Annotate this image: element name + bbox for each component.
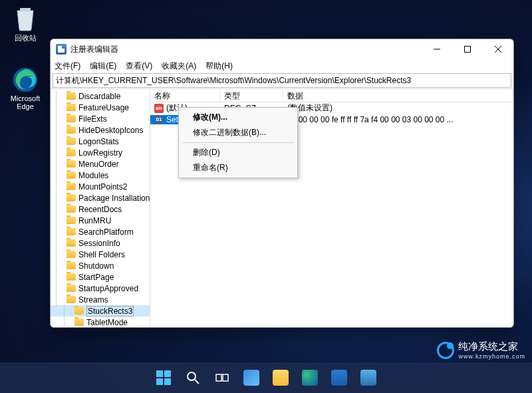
svg-rect-3 [465,47,471,53]
tree-item[interactable]: Package Installation [51,192,150,203]
desktop-icon-edge[interactable]: Microsoft Edge [5,66,45,110]
tree-item[interactable]: StartPage [51,271,150,283]
context-menu-item[interactable]: 修改二进制数据(B)... [181,125,295,140]
context-menu: 修改(M)...修改二进制数据(B)...删除(D)重命名(R) [178,107,298,178]
context-menu-item[interactable]: 修改(M)... [181,110,295,125]
desktop-icon-label: 回收站 [5,33,45,43]
taskbar-store[interactable] [327,365,352,390]
watermark: 纯净系统之家 www.kzmyhome.com [437,340,525,360]
tree-item-label: Discardable [78,92,120,101]
recycle-bin-icon [12,5,39,32]
desktop-icon-recycle-bin[interactable]: 回收站 [5,5,45,43]
taskbar-edge[interactable] [297,365,323,390]
titlebar[interactable]: 注册表编辑器 [51,39,513,59]
folder-icon [66,251,76,258]
minimize-button[interactable] [422,39,452,59]
folder-icon [74,319,84,326]
folder-icon [66,194,76,201]
tree-item[interactable]: StartupApproved [51,283,150,294]
folder-icon [66,104,76,111]
tree-item-label: SearchPlatform [78,227,134,237]
folder-icon [66,262,76,269]
menu-help[interactable]: 帮助(H) [205,61,233,72]
watermark-url: www.kzmyhome.com [458,353,525,360]
tree-item[interactable]: StuckRects3 [51,305,150,317]
context-menu-item[interactable]: 删除(D) [181,145,295,160]
edge-icon [12,66,39,93]
col-header-name[interactable]: 名称 [150,89,220,102]
tree-item-label: SessionInfo [78,239,120,248]
col-header-type[interactable]: 类型 [220,89,283,102]
folder-icon [66,285,76,292]
svg-rect-9 [164,378,171,385]
folder-icon [66,205,76,213]
svg-rect-7 [164,370,171,377]
tree-item[interactable]: LogonStats [51,136,150,147]
taskview-button[interactable] [209,365,235,390]
value-data: (数值未设置) [283,102,513,114]
window-title: 注册表编辑器 [70,44,118,55]
folder-icon [66,239,76,247]
tree-item-label: StuckRects3 [86,306,134,317]
svg-rect-0 [20,8,31,11]
tree-item-label: Modules [78,171,108,180]
tree-item[interactable]: Shutdown [51,260,150,271]
tree-item[interactable]: MountPoints2 [51,181,150,192]
tree-item[interactable]: FeatureUsage [51,102,150,113]
list-header: 名称 类型 数据 [150,89,513,102]
search-button[interactable] [180,365,205,390]
tree-item[interactable]: SearchPlatform [51,226,150,237]
tree-item[interactable]: MenuOrder [51,158,150,170]
tree-item[interactable]: Discardable [51,90,150,102]
menubar: 文件(F) 编辑(E) 查看(V) 收藏夹(A) 帮助(H) [51,59,513,72]
string-value-icon: ab [154,104,164,113]
maximize-button[interactable] [452,39,483,59]
menu-edit[interactable]: 编辑(E) [90,61,116,72]
folder-icon [66,217,76,224]
tree-item-label: MountPoints2 [78,182,127,192]
tree-item[interactable]: Shell Folders [51,249,150,260]
tree-item-label: HideDesktopIcons [78,126,143,135]
address-bar[interactable]: 计算机\HKEY_CURRENT_USER\Software\Microsoft… [53,73,511,88]
tree-item-label: FileExts [78,114,107,124]
tree-item-label: Shutdown [78,261,114,271]
col-header-data[interactable]: 数据 [283,89,513,102]
tree-item[interactable]: RecentDocs [51,203,150,215]
value-data: 30 00 00 00 fe ff ff ff 7a f4 00 00 03 0… [283,115,513,124]
folder-icon [66,273,76,281]
folder-icon [66,172,76,179]
tree-item-label: Streams [78,295,108,305]
registry-tree[interactable]: DiscardableFeatureUsageFileExtsHideDeskt… [51,89,150,327]
tree-item-label: FeatureUsage [78,103,129,112]
tree-item[interactable]: Streams [51,294,150,305]
regedit-window: 注册表编辑器 文件(F) 编辑(E) 查看(V) 收藏夹(A) 帮助(H) 计算… [50,39,514,328]
folder-icon [66,138,76,145]
svg-line-11 [195,380,199,384]
close-button[interactable] [483,39,513,59]
menu-file[interactable]: 文件(F) [55,61,80,72]
svg-rect-6 [156,370,163,377]
tree-item-label: MenuOrder [78,160,119,169]
taskbar-regedit[interactable] [356,365,381,390]
start-button[interactable] [151,365,176,390]
tree-item[interactable]: RunMRU [51,215,150,226]
tree-item[interactable]: SessionInfo [51,237,150,249]
tree-item[interactable]: FileExts [51,113,150,124]
widgets-button[interactable] [239,365,264,390]
folder-icon [66,296,76,303]
tree-item[interactable]: Modules [51,170,150,181]
svg-rect-12 [216,374,221,381]
tree-item[interactable]: LowRegistry [51,147,150,158]
folder-icon [66,149,76,156]
taskbar-explorer[interactable] [268,365,293,390]
menu-favorites[interactable]: 收藏夹(A) [162,61,196,72]
folder-icon [66,126,76,134]
menu-view[interactable]: 查看(V) [126,61,152,72]
context-menu-item[interactable]: 重命名(R) [181,160,295,176]
watermark-icon [437,342,454,359]
desktop-icon-label: Microsoft Edge [5,94,45,110]
tree-item[interactable]: HideDesktopIcons [51,124,150,136]
svg-rect-8 [156,378,163,385]
tree-item[interactable]: TabletMode [51,317,150,327]
folder-icon [66,183,76,190]
